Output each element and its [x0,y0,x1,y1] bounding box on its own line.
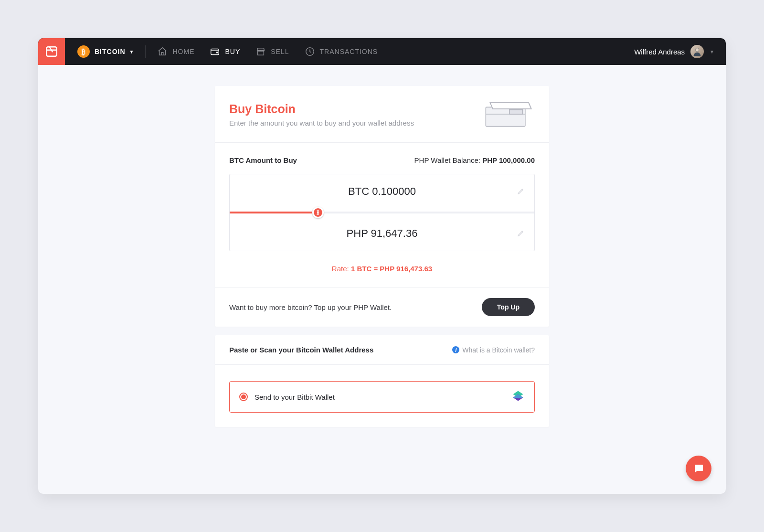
bitbit-logo-icon [511,389,525,404]
svg-point-2 [217,52,218,53]
rate-value: 1 BTC = PHP 916,473.63 [351,265,432,273]
chevron-down-icon: ▼ [710,49,714,54]
btc-amount-input[interactable]: BTC 0.100000 [230,174,534,209]
topup-button[interactable]: Top Up [482,298,535,316]
amount-header-row: BTC Amount to Buy PHP Wallet Balance: PH… [229,156,535,164]
currency-label: BITCOIN [95,48,126,55]
wallet-options: Send to your Bitbit Wallet [215,365,549,427]
user-menu[interactable]: Wilfred Andreas ▼ [634,45,714,58]
panel-wrap: Buy Bitcoin Enter the amount you want to… [215,86,549,494]
currency-selector[interactable]: ₿ BITCOIN ▼ [77,45,134,58]
logo-icon [45,45,58,58]
svg-rect-0 [46,47,57,56]
nav-buy-label: BUY [225,48,240,55]
buy-card: Buy Bitcoin Enter the amount you want to… [215,86,549,327]
store-icon [255,46,266,57]
wallet-option-label: Send to your Bitbit Wallet [255,393,335,401]
nav-divider [145,45,146,58]
radio-selected-icon [239,393,248,401]
nav-sell-label: SELL [271,48,289,55]
chat-icon [693,463,704,474]
main-nav: HOME BUY SELL TRANSACTIONS [157,46,378,57]
topup-text: Want to buy more bitcoin? Top up your PH… [229,303,392,311]
topup-row: Want to buy more bitcoin? Top up your PH… [215,287,549,327]
edit-icon [517,185,525,198]
balance-value: PHP 100,000.00 [482,156,535,164]
clock-icon [305,46,315,57]
avatar [690,45,704,58]
amount-box: BTC 0.100000 ₿ PHP 91,647.36 [229,174,535,251]
php-amount-value: PHP 91,647.36 [347,227,418,240]
buy-card-body: BTC Amount to Buy PHP Wallet Balance: PH… [215,143,549,287]
user-name: Wilfred Andreas [634,48,685,56]
wallet-info-text: What is a Bitcoin wallet? [462,346,535,354]
nav-transactions-label: TRANSACTIONS [320,48,378,55]
app-frame: ₿ BITCOIN ▼ HOME BUY SELL TRANSACTIONS [38,38,726,494]
nav-home[interactable]: HOME [157,46,194,57]
wallet-icon [210,46,220,57]
chat-widget[interactable] [686,456,711,481]
exchange-rate: Rate: 1 BTC = PHP 916,473.63 [229,265,535,273]
nav-home-label: HOME [172,48,194,55]
app-logo[interactable] [38,38,65,65]
btc-amount-label: BTC Amount to Buy [229,156,297,164]
wallet-section-title: Paste or Scan your Bitcoin Wallet Addres… [229,346,373,354]
content-area: Buy Bitcoin Enter the amount you want to… [38,65,726,494]
amount-slider[interactable]: ₿ [230,209,534,216]
nav-transactions[interactable]: TRANSACTIONS [305,46,378,57]
edit-icon [517,227,525,240]
wallet-address-card: Paste or Scan your Bitcoin Wallet Addres… [215,335,549,427]
nav-sell[interactable]: SELL [255,46,289,57]
wallet-option-bitbit[interactable]: Send to your Bitbit Wallet [229,381,535,413]
rate-label: Rate: [332,265,351,273]
wallet-info-link[interactable]: i What is a Bitcoin wallet? [452,346,535,354]
info-icon: i [452,346,459,353]
home-icon [157,46,168,57]
wallet-address-header: Paste or Scan your Bitcoin Wallet Addres… [215,335,549,365]
chevron-down-icon: ▼ [129,49,134,54]
php-amount-input[interactable]: PHP 91,647.36 [230,216,534,251]
slider-fill [230,212,318,213]
page-title: Buy Bitcoin [229,102,414,116]
svg-rect-7 [509,110,522,114]
nav-buy[interactable]: BUY [210,46,240,57]
topbar: ₿ BITCOIN ▼ HOME BUY SELL TRANSACTIONS [38,38,726,65]
btc-amount-value: BTC 0.100000 [348,185,416,198]
page-subtitle: Enter the amount you want to buy and you… [229,119,414,127]
buy-card-header: Buy Bitcoin Enter the amount you want to… [215,86,549,143]
wallet-illustration [482,98,535,131]
bitcoin-icon: ₿ [77,45,90,58]
balance-label: PHP Wallet Balance: [414,156,483,164]
